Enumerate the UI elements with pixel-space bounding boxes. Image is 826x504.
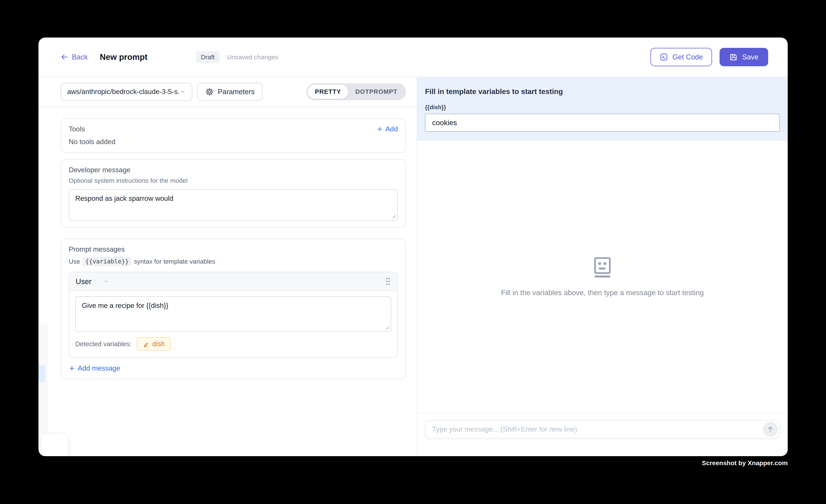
gear-icon xyxy=(205,87,214,96)
drag-handle-icon[interactable] xyxy=(385,277,391,286)
add-message-label: Add message xyxy=(78,364,120,372)
pencil-icon xyxy=(143,340,150,347)
plus-icon xyxy=(69,365,75,372)
bottom-left-floating-card xyxy=(41,434,68,456)
prompt-messages-subtitle: Use {{variable}} syntax for template var… xyxy=(69,257,398,266)
status-badge: Draft xyxy=(196,51,220,63)
get-code-button[interactable]: Get Code xyxy=(650,48,712,66)
toggle-dotprompt[interactable]: DOTPROMPT xyxy=(348,85,405,99)
variable-syntax-chip: {{variable}} xyxy=(82,257,131,266)
subtitle-prefix: Use xyxy=(69,258,80,265)
message-item: User xyxy=(69,272,398,358)
app-window: Back New prompt Draft Unsaved changes Ge… xyxy=(39,38,788,456)
toggle-pretty[interactable]: PRETTY xyxy=(308,85,348,99)
detected-variables-row: Detected variables: dish xyxy=(75,337,391,351)
send-button[interactable] xyxy=(763,422,778,437)
developer-message-textarea[interactable]: Respond as jack sparrow would xyxy=(69,189,398,220)
prompt-editor-pane: aws/anthropic/bedrock-claude-3-5-s... xyxy=(39,77,417,456)
add-tool-button[interactable]: Add xyxy=(377,125,398,133)
template-variables-section: Fill in template variables to start test… xyxy=(417,77,788,141)
back-button[interactable]: Back xyxy=(61,53,88,61)
editor-toolbar: aws/anthropic/bedrock-claude-3-5-s... xyxy=(39,77,417,107)
chat-empty-state: Fill in the variables above, then type a… xyxy=(417,141,788,413)
save-label: Save xyxy=(742,53,758,61)
app-header: Back New prompt Draft Unsaved changes Ge… xyxy=(39,38,788,77)
plus-icon xyxy=(377,126,383,132)
tools-empty-text: No tools added xyxy=(69,138,398,146)
watermark-text: Screenshot by Xnapper.com xyxy=(702,459,788,467)
message-textarea[interactable]: Give me a recipe for {{dish}} xyxy=(75,296,391,332)
test-pane: Fill in template variables to start test… xyxy=(417,77,788,456)
left-drawer-selected-chip[interactable] xyxy=(39,365,45,382)
chat-input-container xyxy=(425,420,780,439)
add-tool-label: Add xyxy=(386,125,398,133)
detected-variables-label: Detected variables: xyxy=(75,340,132,348)
get-code-label: Get Code xyxy=(672,53,703,61)
chat-message-input[interactable] xyxy=(425,421,779,438)
parameters-button[interactable]: Parameters xyxy=(197,83,262,101)
tools-title: Tools xyxy=(69,125,85,133)
role-value: User xyxy=(76,277,92,286)
message-header: User xyxy=(69,272,397,291)
variables-heading: Fill in template variables to start test… xyxy=(425,87,780,96)
parameters-label: Parameters xyxy=(218,88,254,96)
chat-input-row xyxy=(417,413,788,456)
message-body: Give me a recipe for {{dish}} Detected v… xyxy=(69,291,397,357)
prompt-messages-title: Prompt messages xyxy=(69,245,398,253)
developer-message-subtitle: Optional system instructions for the mod… xyxy=(69,177,398,184)
robot-face-icon xyxy=(593,257,611,278)
developer-message-title: Developer message xyxy=(69,166,398,174)
back-label: Back xyxy=(72,53,88,61)
chevron-down-icon xyxy=(103,278,109,285)
chevron-down-icon xyxy=(179,88,186,95)
role-selector[interactable]: User xyxy=(76,277,109,286)
arrow-left-icon xyxy=(61,53,68,61)
editor-content: Tools Add No tools added xyxy=(39,107,417,456)
variable-name-label: {{dish}} xyxy=(425,104,780,111)
model-selector-value: aws/anthropic/bedrock-claude-3-5-s... xyxy=(67,88,179,96)
main-split: aws/anthropic/bedrock-claude-3-5-s... xyxy=(39,77,788,456)
empty-state-text: Fill in the variables above, then type a… xyxy=(501,289,704,297)
variable-value-input[interactable] xyxy=(425,114,780,132)
save-button[interactable]: Save xyxy=(719,48,768,66)
unsaved-changes-text: Unsaved changes xyxy=(227,54,278,61)
page-title: New prompt xyxy=(100,52,148,62)
prompt-messages-card: Prompt messages Use {{variable}} syntax … xyxy=(61,239,406,379)
add-message-button[interactable]: Add message xyxy=(69,364,398,372)
subtitle-suffix: syntax for template variables xyxy=(134,258,215,265)
view-mode-toggle: PRETTY DOTPROMPT xyxy=(306,83,406,100)
arrow-up-icon xyxy=(766,425,774,433)
variable-badge-dish[interactable]: dish xyxy=(137,337,171,351)
save-icon xyxy=(729,53,738,61)
variable-badge-label: dish xyxy=(153,340,165,348)
tools-card: Tools Add No tools added xyxy=(61,118,406,153)
model-selector[interactable]: aws/anthropic/bedrock-claude-3-5-s... xyxy=(61,83,192,101)
terminal-square-icon xyxy=(660,53,668,61)
developer-message-card: Developer message Optional system instru… xyxy=(61,159,406,228)
